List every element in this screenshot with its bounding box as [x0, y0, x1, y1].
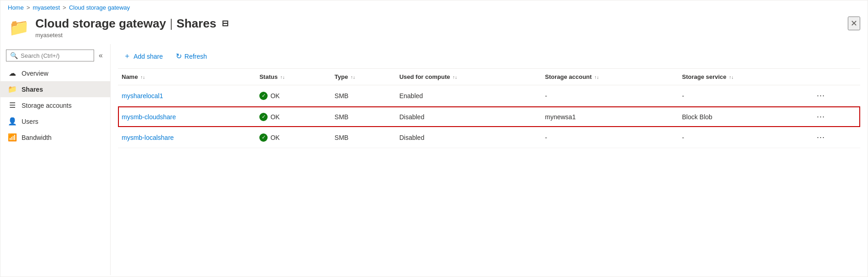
- sidebar-item-label-storage-accounts: Storage accounts: [22, 102, 72, 109]
- users-icon: 👤: [8, 117, 17, 126]
- search-container: 🔍 «: [0, 46, 110, 65]
- table-row[interactable]: mysmb-cloudshare ✓ OK SMB Disabled mynew…: [118, 106, 860, 127]
- col-type[interactable]: Type ↑↓: [331, 69, 396, 85]
- sidebar: 🔍 « ☁ Overview 📁 Shares ☰ Storage accoun…: [0, 44, 111, 275]
- cell-storage-service: Block Blob: [678, 106, 811, 127]
- status-label: OK: [270, 92, 280, 100]
- table-header-row: Name ↑↓ Status ↑↓ Type ↑↓ Used for compu…: [118, 69, 860, 85]
- cell-more[interactable]: ···: [810, 127, 860, 148]
- add-share-button[interactable]: ＋ Add share: [118, 49, 168, 64]
- cell-type: SMB: [331, 127, 396, 148]
- sort-storage-service-icon: ↑↓: [729, 75, 734, 80]
- bandwidth-icon: 📶: [8, 133, 17, 142]
- cell-storage-account: -: [541, 85, 678, 106]
- page-title-main: Cloud storage gateway: [35, 17, 166, 31]
- cell-status: ✓ OK: [256, 85, 331, 106]
- table-row[interactable]: mysharelocal1 ✓ OK SMB Enabled - - ···: [118, 85, 860, 106]
- sort-name-icon: ↑↓: [140, 75, 145, 80]
- cell-more[interactable]: ···: [810, 85, 860, 106]
- status-check-icon: ✓: [259, 113, 268, 121]
- sort-status-icon: ↑↓: [280, 75, 285, 80]
- page-title: Cloud storage gateway | Shares ⊟: [35, 17, 229, 31]
- sidebar-item-overview[interactable]: ☁ Overview: [0, 65, 110, 81]
- sidebar-item-label-overview: Overview: [22, 70, 48, 77]
- status-label: OK: [270, 113, 280, 121]
- sort-storage-account-icon: ↑↓: [594, 75, 599, 80]
- cell-type: SMB: [331, 106, 396, 127]
- add-icon: ＋: [123, 51, 131, 61]
- main-content: ＋ Add share ↻ Refresh Name ↑↓ Status ↑↓: [111, 44, 868, 275]
- col-name[interactable]: Name ↑↓: [118, 69, 256, 85]
- cell-compute: Enabled: [396, 85, 541, 106]
- add-share-label: Add share: [134, 53, 163, 60]
- more-options-button[interactable]: ···: [814, 90, 828, 101]
- cell-more[interactable]: ···: [810, 106, 860, 127]
- sidebar-item-label-bandwidth: Bandwidth: [22, 134, 51, 141]
- pin-icon[interactable]: ⊟: [222, 19, 229, 29]
- cell-compute: Disabled: [396, 106, 541, 127]
- search-input[interactable]: [21, 52, 90, 59]
- page-header: 📁 Cloud storage gateway | Shares ⊟ myase…: [0, 15, 868, 44]
- toolbar: ＋ Add share ↻ Refresh: [118, 44, 860, 69]
- status-label: OK: [270, 134, 280, 141]
- cell-name: mysharelocal1: [118, 85, 256, 106]
- search-box[interactable]: 🔍: [6, 50, 94, 61]
- breadcrumb: Home > myasetest > Cloud storage gateway: [0, 0, 868, 15]
- cell-status: ✓ OK: [256, 127, 331, 148]
- main-layout: 🔍 « ☁ Overview 📁 Shares ☰ Storage accoun…: [0, 44, 868, 275]
- col-storage-account[interactable]: Storage account ↑↓: [541, 69, 678, 85]
- cell-storage-account: -: [541, 127, 678, 148]
- shares-icon: 📁: [8, 85, 17, 94]
- refresh-label: Refresh: [185, 53, 207, 60]
- cell-type: SMB: [331, 85, 396, 106]
- breadcrumb-myasetest[interactable]: myasetest: [33, 4, 60, 11]
- col-status[interactable]: Status ↑↓: [256, 69, 331, 85]
- col-compute[interactable]: Used for compute ↑↓: [396, 69, 541, 85]
- page-subtitle: myasetest: [35, 32, 229, 39]
- cell-storage-account: mynewsa1: [541, 106, 678, 127]
- more-options-button[interactable]: ···: [814, 111, 828, 122]
- title-separator: |: [170, 17, 173, 31]
- folder-icon: 📁: [8, 17, 30, 39]
- cell-storage-service: -: [678, 127, 811, 148]
- table-row[interactable]: mysmb-localshare ✓ OK SMB Disabled - - ·…: [118, 127, 860, 148]
- sidebar-item-bandwidth[interactable]: 📶 Bandwidth: [0, 129, 110, 145]
- collapse-button[interactable]: «: [97, 50, 105, 61]
- close-button[interactable]: ✕: [848, 17, 860, 30]
- breadcrumb-home[interactable]: Home: [8, 4, 24, 11]
- sidebar-item-storage-accounts[interactable]: ☰ Storage accounts: [0, 97, 110, 113]
- page-title-section: Shares: [176, 17, 216, 31]
- cell-name: mysmb-localshare: [118, 127, 256, 148]
- cell-status: ✓ OK: [256, 106, 331, 127]
- sidebar-item-users[interactable]: 👤 Users: [0, 113, 110, 129]
- col-actions: [810, 69, 860, 85]
- breadcrumb-current[interactable]: Cloud storage gateway: [69, 4, 130, 11]
- col-storage-service[interactable]: Storage service ↑↓: [678, 69, 811, 85]
- status-check-icon: ✓: [259, 92, 268, 100]
- refresh-icon: ↻: [176, 52, 182, 61]
- sidebar-item-shares[interactable]: 📁 Shares: [0, 81, 110, 97]
- overview-icon: ☁: [8, 69, 17, 78]
- cell-name: mysmb-cloudshare: [118, 106, 256, 127]
- search-icon: 🔍: [10, 52, 18, 59]
- breadcrumb-sep2: >: [63, 4, 67, 11]
- sidebar-item-label-users: Users: [22, 118, 39, 125]
- sort-type-icon: ↑↓: [351, 75, 355, 80]
- sort-compute-icon: ↑↓: [453, 75, 457, 80]
- breadcrumb-sep1: >: [27, 4, 30, 11]
- cell-compute: Disabled: [396, 127, 541, 148]
- storage-accounts-icon: ☰: [8, 101, 17, 110]
- cell-storage-service: -: [678, 85, 811, 106]
- more-options-button[interactable]: ···: [814, 132, 828, 143]
- sidebar-item-label-shares: Shares: [22, 86, 43, 93]
- status-check-icon: ✓: [259, 133, 268, 142]
- shares-table: Name ↑↓ Status ↑↓ Type ↑↓ Used for compu…: [118, 69, 860, 148]
- refresh-button[interactable]: ↻ Refresh: [170, 49, 213, 63]
